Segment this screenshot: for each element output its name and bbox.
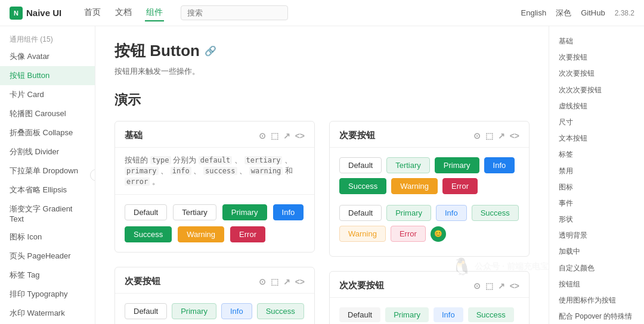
tert-r-default[interactable]: Default (339, 307, 380, 322)
github-link[interactable]: GitHub (581, 8, 605, 17)
sec-btn-success[interactable]: Success (257, 303, 304, 319)
rs-transparent[interactable]: 透明背景 (549, 228, 644, 244)
link-icon[interactable]: 🔗 (205, 45, 216, 57)
sec-right-row2: Default Primary Info Success Warning Err… (339, 205, 519, 242)
sidebar-item-card[interactable]: 卡片 Card (0, 85, 95, 104)
lang-switch[interactable]: English (521, 8, 547, 17)
tool-codepen[interactable]: ⊙ (259, 131, 266, 141)
sec-right-row1: Default Tertiary Primary Info Success Wa… (339, 157, 519, 194)
sidebar-item-avatar[interactable]: 头像 Avatar (0, 47, 95, 66)
sidebar-section-1: 通用组件 (15) (0, 31, 95, 47)
rs-shape[interactable]: 形状 (549, 211, 644, 228)
search-input[interactable] (181, 5, 288, 20)
sidebar-item-gradient[interactable]: 渐变文字 Gradient Text (0, 200, 95, 228)
logo[interactable]: N Naive UI (10, 7, 61, 20)
tool-copy2[interactable]: ⬚ (271, 277, 278, 286)
main-layout: 通用组件 (15) 头像 Avatar 按钮 Button 卡片 Card 轮播… (0, 26, 644, 324)
tool-github[interactable]: ↗ (283, 131, 290, 141)
demo-tertiary-right-tools: ⊙ ⬚ ↗ <> (473, 281, 519, 291)
theme-switch[interactable]: 深色 (556, 8, 571, 18)
demo-secondary-tools: ⊙ ⬚ ↗ <> (259, 277, 305, 286)
tert-r-info[interactable]: Info (434, 307, 463, 322)
sidebar-item-pageheader[interactable]: 页头 PageHeader (0, 247, 95, 266)
page-title: 按钮 Button 🔗 (114, 40, 530, 61)
btn-error[interactable]: Error (230, 226, 265, 242)
tool-github2[interactable]: ↗ (283, 277, 290, 286)
tool-r1[interactable]: ⊙ (473, 131, 481, 141)
sidebar-item-watermark[interactable]: 水印 Watermark (0, 304, 95, 323)
tool-r2[interactable]: ⬚ (485, 131, 493, 141)
rs-event[interactable]: 事件 (549, 195, 644, 211)
tool-tr1[interactable]: ⊙ (473, 281, 481, 291)
rs-disabled[interactable]: 禁用 (549, 163, 644, 179)
tool-copy[interactable]: ⬚ (271, 131, 278, 141)
sidebar-item-dropdown[interactable]: 下拉菜单 Dropdown (0, 161, 95, 180)
rs-basic[interactable]: 基础 (549, 33, 644, 49)
rs-tag[interactable]: 标签 (549, 147, 644, 163)
demo-basic: 基础 ⊙ ⬚ ↗ <> 按钮的 type 分别为 default 、 terti… (114, 121, 315, 253)
sec-r-info2[interactable]: Info (436, 205, 467, 221)
btn-default[interactable]: Default (125, 204, 167, 220)
sidebar-item-divider[interactable]: 分割线 Divider (0, 142, 95, 161)
tool-tr4[interactable]: <> (510, 281, 519, 291)
sec-r-warning[interactable]: Warning (391, 178, 438, 194)
rs-tertiary[interactable]: 次次要按钮 (549, 66, 644, 82)
sec-r-default2[interactable]: Default (339, 205, 382, 221)
rs-popover[interactable]: 配合 Popover 的特殊情况 (549, 309, 644, 324)
nav-home[interactable]: 首页 (83, 5, 102, 21)
sec-r-tertiary[interactable]: Tertiary (386, 157, 430, 173)
tool-codepen2[interactable]: ⊙ (259, 277, 266, 286)
demo-tertiary-right: 次次要按钮 ⊙ ⬚ ↗ <> Default Primary Info (329, 271, 530, 324)
sec-r-error[interactable]: Error (442, 178, 478, 194)
btn-success[interactable]: Success (125, 226, 172, 242)
sec-r-primary[interactable]: Primary (435, 157, 479, 173)
sidebar-item-ellipsis[interactable]: 文本省略 Ellipsis (0, 180, 95, 200)
rs-custom-color[interactable]: 自定义颜色 (549, 260, 644, 276)
btn-info[interactable]: Info (273, 204, 304, 220)
rs-loading[interactable]: 加载中 (549, 244, 644, 260)
tool-tr3[interactable]: ↗ (498, 281, 505, 291)
tool-code2[interactable]: <> (295, 277, 305, 286)
demo-grid: 基础 ⊙ ⬚ ↗ <> 按钮的 type 分别为 default 、 terti… (114, 121, 530, 324)
rs-icon[interactable]: 图标 (549, 179, 644, 195)
rs-size[interactable]: 尺寸 (549, 114, 644, 130)
sec-r-success[interactable]: Success (339, 178, 386, 194)
btn-warning[interactable]: Warning (178, 226, 224, 242)
right-sidebar: 基础 次要按钮 次次要按钮 次次次要按钮 虚线按钮 尺寸 文本按钮 标签 禁用 … (549, 26, 644, 324)
rs-icon-button[interactable]: 使用图标作为按钮 (549, 292, 644, 309)
sec-btn-primary[interactable]: Primary (172, 303, 216, 319)
btn-primary[interactable]: Primary (222, 204, 267, 220)
rs-secondary[interactable]: 次要按钮 (549, 49, 644, 66)
sec-r-default[interactable]: Default (339, 157, 382, 173)
nav-components[interactable]: 组件 (145, 5, 164, 21)
demo-basic-body: Default Tertiary Primary Info Success Wa… (115, 195, 314, 252)
rs-dashed[interactable]: 虚线按钮 (549, 98, 644, 114)
sec-r-info[interactable]: Info (484, 157, 515, 173)
sec-r-error2[interactable]: Error (391, 226, 426, 242)
sidebar-item-button[interactable]: 按钮 Button (0, 66, 95, 85)
tool-tr2[interactable]: ⬚ (485, 281, 493, 291)
tert-r-primary[interactable]: Primary (385, 307, 429, 322)
sec-r-success2[interactable]: Success (472, 205, 519, 221)
rs-button-group[interactable]: 按钮组 (549, 276, 644, 292)
rs-tertiary2[interactable]: 次次次要按钮 (549, 82, 644, 98)
tert-r-success[interactable]: Success (468, 307, 514, 322)
sidebar-item-collapse[interactable]: 折叠面板 Collapse (0, 123, 95, 142)
sec-btn-default[interactable]: Default (125, 303, 167, 319)
rs-text[interactable]: 文本按钮 (549, 130, 644, 147)
sec-r-warning2[interactable]: Warning (339, 226, 386, 242)
sec-r-primary2[interactable]: Primary (386, 205, 431, 221)
tool-r4[interactable]: <> (510, 131, 519, 141)
sec-btn-info[interactable]: Info (221, 303, 252, 319)
tool-code[interactable]: <> (295, 131, 305, 141)
sidebar-item-carousel[interactable]: 轮播图 Carousel (0, 104, 95, 123)
btn-tertiary[interactable]: Tertiary (173, 204, 216, 220)
sidebar-item-tag[interactable]: 标签 Tag (0, 266, 95, 285)
nav-links: 首页 文档 组件 (83, 5, 164, 21)
sidebar-item-icon[interactable]: 图标 Icon (0, 228, 95, 247)
tool-r3[interactable]: ↗ (498, 131, 505, 141)
sidebar-item-typography[interactable]: 排印 Typography (0, 285, 95, 304)
demo-basic-tools: ⊙ ⬚ ↗ <> (259, 131, 305, 141)
demo-secondary-body: Default Primary Info Success Warning Err… (115, 294, 314, 324)
nav-docs[interactable]: 文档 (114, 5, 133, 21)
